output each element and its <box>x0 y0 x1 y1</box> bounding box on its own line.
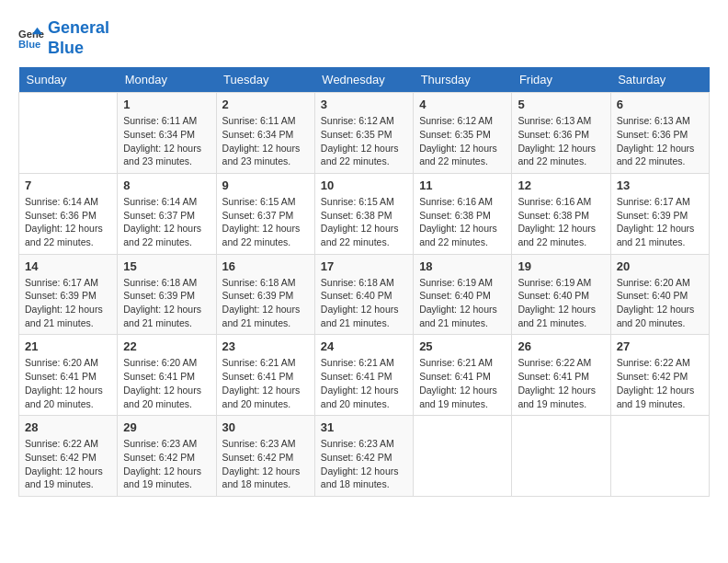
day-info: Sunrise: 6:22 AM Sunset: 6:42 PM Dayligh… <box>25 437 111 491</box>
calendar-cell: 24Sunrise: 6:21 AM Sunset: 6:41 PM Dayli… <box>314 335 413 416</box>
calendar-cell: 5Sunrise: 6:13 AM Sunset: 6:36 PM Daylig… <box>512 93 610 174</box>
calendar-cell: 4Sunrise: 6:12 AM Sunset: 6:35 PM Daylig… <box>414 93 512 174</box>
day-number: 10 <box>321 178 407 192</box>
logo-line2: Blue <box>48 39 109 59</box>
calendar-cell: 1Sunrise: 6:11 AM Sunset: 6:34 PM Daylig… <box>118 93 216 174</box>
day-info: Sunrise: 6:20 AM Sunset: 6:41 PM Dayligh… <box>123 356 210 410</box>
day-number: 22 <box>123 339 210 353</box>
day-info: Sunrise: 6:12 AM Sunset: 6:35 PM Dayligh… <box>321 114 407 168</box>
calendar-cell: 13Sunrise: 6:17 AM Sunset: 6:39 PM Dayli… <box>610 173 709 254</box>
day-number: 26 <box>518 339 604 353</box>
day-info: Sunrise: 6:17 AM Sunset: 6:39 PM Dayligh… <box>617 195 703 249</box>
calendar-cell: 21Sunrise: 6:20 AM Sunset: 6:41 PM Dayli… <box>19 335 118 416</box>
day-number: 23 <box>222 339 309 353</box>
calendar-cell: 31Sunrise: 6:23 AM Sunset: 6:42 PM Dayli… <box>314 416 413 497</box>
day-number: 3 <box>321 98 407 111</box>
day-info: Sunrise: 6:15 AM Sunset: 6:38 PM Dayligh… <box>321 195 407 249</box>
calendar-cell: 17Sunrise: 6:18 AM Sunset: 6:40 PM Dayli… <box>314 254 413 335</box>
day-number: 15 <box>123 259 210 273</box>
week-row-4: 28Sunrise: 6:22 AM Sunset: 6:42 PM Dayli… <box>19 416 710 497</box>
calendar-cell: 28Sunrise: 6:22 AM Sunset: 6:42 PM Dayli… <box>19 416 118 497</box>
calendar-cell: 18Sunrise: 6:19 AM Sunset: 6:40 PM Dayli… <box>414 254 512 335</box>
calendar-cell <box>610 416 709 497</box>
calendar-cell: 10Sunrise: 6:15 AM Sunset: 6:38 PM Dayli… <box>314 173 413 254</box>
day-header-saturday: Saturday <box>610 67 709 93</box>
day-number: 2 <box>222 98 309 111</box>
calendar-cell: 3Sunrise: 6:12 AM Sunset: 6:35 PM Daylig… <box>314 93 413 174</box>
day-info: Sunrise: 6:16 AM Sunset: 6:38 PM Dayligh… <box>518 195 604 249</box>
day-number: 17 <box>321 259 407 273</box>
day-number: 25 <box>419 339 506 353</box>
day-number: 24 <box>321 339 407 353</box>
day-number: 28 <box>25 420 111 434</box>
day-info: Sunrise: 6:14 AM Sunset: 6:36 PM Dayligh… <box>25 195 111 249</box>
calendar-cell: 20Sunrise: 6:20 AM Sunset: 6:40 PM Dayli… <box>610 254 709 335</box>
day-info: Sunrise: 6:19 AM Sunset: 6:40 PM Dayligh… <box>518 276 604 330</box>
calendar-cell: 8Sunrise: 6:14 AM Sunset: 6:37 PM Daylig… <box>118 173 216 254</box>
svg-text:Blue: Blue <box>18 39 40 50</box>
calendar-cell: 16Sunrise: 6:18 AM Sunset: 6:39 PM Dayli… <box>216 254 314 335</box>
day-number: 7 <box>25 178 111 192</box>
day-info: Sunrise: 6:14 AM Sunset: 6:37 PM Dayligh… <box>123 195 210 249</box>
page-header: General Blue General Blue <box>18 18 710 58</box>
day-number: 18 <box>419 259 506 273</box>
day-info: Sunrise: 6:18 AM Sunset: 6:39 PM Dayligh… <box>123 276 210 330</box>
day-info: Sunrise: 6:19 AM Sunset: 6:40 PM Dayligh… <box>419 276 506 330</box>
day-info: Sunrise: 6:23 AM Sunset: 6:42 PM Dayligh… <box>123 437 210 491</box>
day-number: 30 <box>222 420 309 434</box>
calendar-cell: 25Sunrise: 6:21 AM Sunset: 6:41 PM Dayli… <box>414 335 512 416</box>
day-number: 4 <box>419 98 506 111</box>
day-info: Sunrise: 6:12 AM Sunset: 6:35 PM Dayligh… <box>419 114 506 168</box>
day-info: Sunrise: 6:18 AM Sunset: 6:40 PM Dayligh… <box>321 276 407 330</box>
day-info: Sunrise: 6:20 AM Sunset: 6:41 PM Dayligh… <box>25 356 111 410</box>
calendar-cell: 7Sunrise: 6:14 AM Sunset: 6:36 PM Daylig… <box>19 173 118 254</box>
day-number: 20 <box>617 259 703 273</box>
calendar-cell: 19Sunrise: 6:19 AM Sunset: 6:40 PM Dayli… <box>512 254 610 335</box>
day-info: Sunrise: 6:16 AM Sunset: 6:38 PM Dayligh… <box>419 195 506 249</box>
logo-line1: General <box>48 18 109 39</box>
day-info: Sunrise: 6:21 AM Sunset: 6:41 PM Dayligh… <box>222 356 309 410</box>
calendar-cell: 22Sunrise: 6:20 AM Sunset: 6:41 PM Dayli… <box>118 335 216 416</box>
day-header-thursday: Thursday <box>414 67 512 93</box>
day-header-tuesday: Tuesday <box>216 67 314 93</box>
day-info: Sunrise: 6:15 AM Sunset: 6:37 PM Dayligh… <box>222 195 309 249</box>
calendar-cell: 9Sunrise: 6:15 AM Sunset: 6:37 PM Daylig… <box>216 173 314 254</box>
day-number: 27 <box>617 339 703 353</box>
day-number: 12 <box>518 178 604 192</box>
calendar-cell: 29Sunrise: 6:23 AM Sunset: 6:42 PM Dayli… <box>118 416 216 497</box>
day-info: Sunrise: 6:13 AM Sunset: 6:36 PM Dayligh… <box>617 114 703 168</box>
calendar-cell: 15Sunrise: 6:18 AM Sunset: 6:39 PM Dayli… <box>118 254 216 335</box>
day-number: 11 <box>419 178 506 192</box>
week-row-0: 1Sunrise: 6:11 AM Sunset: 6:34 PM Daylig… <box>19 93 710 174</box>
day-header-wednesday: Wednesday <box>314 67 413 93</box>
day-number: 8 <box>123 178 210 192</box>
calendar-cell <box>414 416 512 497</box>
day-number: 31 <box>321 420 407 434</box>
calendar-cell: 26Sunrise: 6:22 AM Sunset: 6:41 PM Dayli… <box>512 335 610 416</box>
day-info: Sunrise: 6:18 AM Sunset: 6:39 PM Dayligh… <box>222 276 309 330</box>
day-number: 6 <box>617 98 703 111</box>
calendar-cell: 6Sunrise: 6:13 AM Sunset: 6:36 PM Daylig… <box>610 93 709 174</box>
day-info: Sunrise: 6:22 AM Sunset: 6:41 PM Dayligh… <box>518 356 604 410</box>
calendar-cell: 14Sunrise: 6:17 AM Sunset: 6:39 PM Dayli… <box>19 254 118 335</box>
calendar-body: 1Sunrise: 6:11 AM Sunset: 6:34 PM Daylig… <box>19 93 710 497</box>
day-info: Sunrise: 6:21 AM Sunset: 6:41 PM Dayligh… <box>321 356 407 410</box>
day-info: Sunrise: 6:20 AM Sunset: 6:40 PM Dayligh… <box>617 276 703 330</box>
calendar-cell: 11Sunrise: 6:16 AM Sunset: 6:38 PM Dayli… <box>414 173 512 254</box>
calendar-cell <box>512 416 610 497</box>
week-row-2: 14Sunrise: 6:17 AM Sunset: 6:39 PM Dayli… <box>19 254 710 335</box>
day-number: 14 <box>25 259 111 273</box>
calendar-cell: 23Sunrise: 6:21 AM Sunset: 6:41 PM Dayli… <box>216 335 314 416</box>
calendar-cell: 27Sunrise: 6:22 AM Sunset: 6:42 PM Dayli… <box>610 335 709 416</box>
day-number: 29 <box>123 420 210 434</box>
calendar-table: SundayMondayTuesdayWednesdayThursdayFrid… <box>18 67 710 497</box>
day-info: Sunrise: 6:17 AM Sunset: 6:39 PM Dayligh… <box>25 276 111 330</box>
day-number: 21 <box>25 339 111 353</box>
day-number: 19 <box>518 259 604 273</box>
calendar-header-row: SundayMondayTuesdayWednesdayThursdayFrid… <box>19 67 710 93</box>
logo-icon: General Blue <box>18 26 44 52</box>
day-header-friday: Friday <box>512 67 610 93</box>
logo: General Blue General Blue <box>18 18 109 58</box>
day-number: 16 <box>222 259 309 273</box>
day-number: 13 <box>617 178 703 192</box>
